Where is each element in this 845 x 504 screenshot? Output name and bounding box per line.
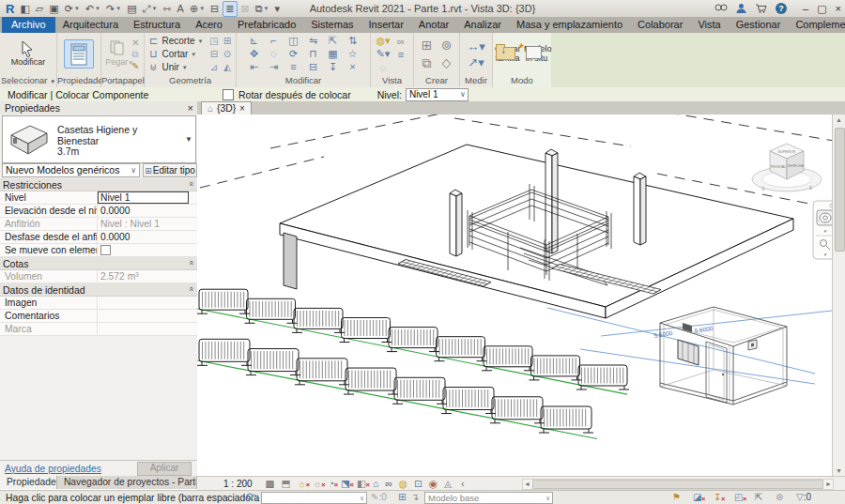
- print-icon[interactable]: ▤: [125, 2, 138, 16]
- sun-path-icon[interactable]: ☼×: [297, 478, 306, 489]
- lightbulb-icon[interactable]: ◍▾: [376, 35, 390, 47]
- design-option-select[interactable]: Modelo base: [424, 492, 553, 504]
- close-properties-icon[interactable]: ×: [188, 101, 193, 115]
- close-inactive-views-icon[interactable]: ⊠: [239, 2, 252, 16]
- modify-tool-icon[interactable]: ⇅: [348, 35, 357, 47]
- collapse-section-icon[interactable]: «: [186, 181, 195, 186]
- redo-icon[interactable]: ↷▼: [104, 2, 123, 16]
- modify-tool-icon[interactable]: ⇥: [269, 61, 278, 73]
- hscroll-right-icon[interactable]: ►: [824, 480, 833, 487]
- similar-icon[interactable]: ⊚: [441, 38, 453, 53]
- tab-complementos[interactable]: Complementos: [788, 17, 845, 33]
- tab-anotar[interactable]: Anotar: [411, 17, 456, 33]
- close-button[interactable]: ×: [836, 3, 841, 14]
- family-select[interactable]: Nuevo Modelos genéricos: [2, 163, 140, 177]
- modify-tool-icon[interactable]: ⟳: [289, 48, 298, 60]
- cut-icon[interactable]: ✕: [131, 38, 139, 48]
- assembly-icon[interactable]: ⧉: [422, 55, 432, 71]
- panel-label-seleccionar[interactable]: Seleccionar ▼: [0, 75, 56, 86]
- scale-control[interactable]: 1 : 200: [223, 479, 253, 489]
- search-icon[interactable]: [714, 3, 728, 15]
- temporary-hide-isolate-icon[interactable]: ∞: [385, 478, 392, 489]
- geometry-extra-icon[interactable]: ⊟: [208, 49, 219, 59]
- modify-tool-icon[interactable]: ⊓: [309, 48, 317, 60]
- crop-view-icon[interactable]: ◔×: [329, 478, 334, 489]
- drawing-area[interactable]: 5.5000 9.6000: [197, 115, 832, 476]
- geometry-extra-icon[interactable]: ⊞: [222, 36, 232, 46]
- modify-tool-icon[interactable]: ×: [349, 61, 355, 73]
- properties-help-link[interactable]: Ayuda de propiedades: [5, 464, 101, 474]
- panel-label-geometria[interactable]: Geometría: [145, 75, 236, 86]
- measure-diagonal-icon[interactable]: ↗▾: [468, 55, 484, 69]
- design-options-icon[interactable]: ⊞: [398, 492, 406, 502]
- select-pinned-icon[interactable]: ↧×: [714, 492, 721, 503]
- workset-select[interactable]: [261, 492, 367, 504]
- select-by-face-icon[interactable]: ◰×: [734, 492, 743, 503]
- support-column[interactable]: [284, 233, 297, 289]
- palette-tab-navegador[interactable]: Navegador de proyectos - Parte 1.rvt: [57, 476, 197, 489]
- lock-3d-view-icon[interactable]: ⌂: [373, 478, 378, 489]
- panel-label-medir[interactable]: Medir: [460, 75, 492, 86]
- thin-lines-icon[interactable]: ≣: [223, 1, 237, 17]
- load-family-button[interactable]: ↓ Cargar familia: [495, 45, 520, 63]
- maximize-button[interactable]: ▢: [817, 3, 826, 15]
- panel-label-vista[interactable]: Vista: [371, 75, 413, 86]
- reveal-hidden-icon[interactable]: ◍: [399, 478, 407, 489]
- default-3d-view-icon[interactable]: ⊕▼: [188, 2, 207, 16]
- paste-button[interactable]: Pegar▼: [105, 40, 130, 68]
- dummy-icon[interactable]: ◌: [380, 62, 387, 73]
- apply-button[interactable]: Aplicar: [137, 462, 192, 476]
- tab-colaborar[interactable]: Colaborar: [630, 17, 690, 33]
- select-links-icon[interactable]: ◪×: [693, 492, 701, 503]
- level-select[interactable]: Nivel 1: [406, 88, 469, 101]
- modify-tool-icon[interactable]: ✥: [250, 48, 258, 60]
- modify-tool-icon[interactable]: ⇤: [250, 61, 258, 73]
- viewcube[interactable]: SUPERIOR FRONTAL DERECHA S E: [752, 144, 822, 191]
- sync-icon[interactable]: ⟳▼: [63, 2, 82, 16]
- switch-windows-icon[interactable]: ⧉▼: [254, 2, 271, 16]
- press-drag-icon[interactable]: ⚑: [672, 492, 681, 503]
- render-icon[interactable]: ◧×: [357, 478, 366, 489]
- tab-estructura[interactable]: Estructura: [126, 17, 188, 33]
- tab-archivo[interactable]: Archivo: [2, 17, 55, 33]
- modify-tool-icon[interactable]: ▦: [328, 48, 337, 60]
- model-inplace-button[interactable]: ✦ Modelo in situ: [524, 45, 549, 63]
- collapse-section-icon[interactable]: «: [186, 286, 195, 291]
- geometry-extra-icon[interactable]: ⊿: [208, 62, 219, 72]
- modify-tool-icon[interactable]: ◌: [270, 48, 277, 60]
- tab-arquitectura[interactable]: Arquitectura: [55, 17, 126, 33]
- placed-cabin[interactable]: [660, 307, 787, 405]
- property-value[interactable]: 0.0000: [97, 205, 189, 217]
- drawing-canvas[interactable]: 5.5000 9.6000: [197, 115, 832, 476]
- vertical-scrollbar[interactable]: ▲ ▼: [832, 115, 845, 476]
- tab-sistemas[interactable]: Sistemas: [303, 17, 361, 33]
- properties-header[interactable]: Propiedades ×: [0, 101, 197, 115]
- minimize-button[interactable]: –: [803, 3, 808, 14]
- save-icon[interactable]: ▣: [47, 2, 60, 16]
- account-icon[interactable]: [736, 3, 746, 15]
- text-icon[interactable]: A: [176, 2, 186, 16]
- selection-settings-icon[interactable]: ⊛: [776, 492, 783, 503]
- temp-dim-2[interactable]: 9.6000: [694, 325, 714, 334]
- displace-icon[interactable]: ≡: [398, 49, 404, 60]
- main-model-icon[interactable]: ↴: [411, 492, 419, 502]
- worksets-icon[interactable]: [246, 492, 258, 504]
- measure-line-icon[interactable]: ↔▾: [467, 39, 485, 53]
- parts-icon[interactable]: ⬦: [442, 55, 452, 71]
- linework-icon[interactable]: ✎▾: [376, 48, 391, 60]
- properties-toggle-button[interactable]: [64, 39, 94, 69]
- visual-style-icon[interactable]: ⬒: [282, 478, 291, 489]
- property-value[interactable]: [97, 310, 189, 322]
- property-checkbox[interactable]: [100, 245, 111, 255]
- type-dropdown-icon[interactable]: ▼: [185, 135, 192, 144]
- property-value[interactable]: 0.0000: [97, 231, 189, 243]
- panel-label-modificar[interactable]: Modificar: [237, 75, 370, 86]
- temporary-view-properties-icon[interactable]: ⊡: [414, 478, 422, 489]
- geometry-extra-icon[interactable]: ◳: [208, 36, 219, 46]
- palette-tab-propiedades[interactable]: Propiedades: [0, 476, 57, 489]
- panel-label-propiedades[interactable]: Propiedades: [57, 75, 100, 86]
- section-icon[interactable]: ⊟: [208, 2, 221, 16]
- copy-icon[interactable]: ⧉: [131, 49, 139, 60]
- edit-type-button[interactable]: ⊞Editar tipo: [143, 163, 197, 177]
- shadows-icon[interactable]: ☼×: [313, 478, 322, 489]
